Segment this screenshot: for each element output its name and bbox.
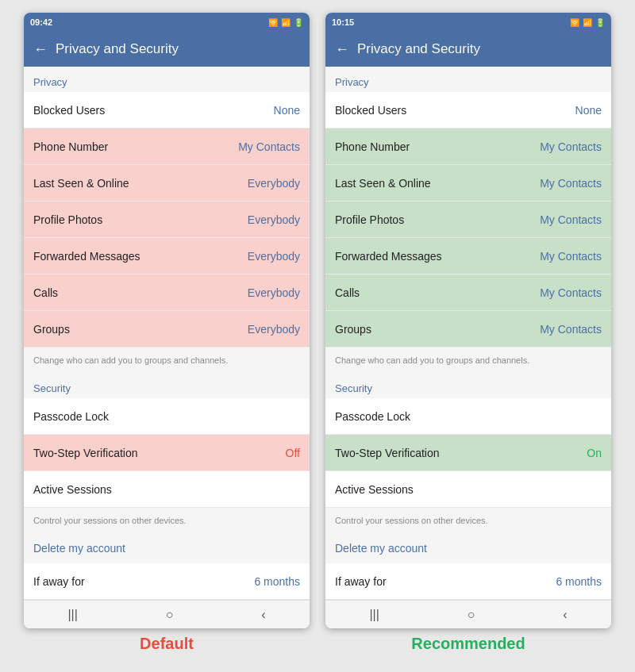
- right-content: Privacy Blocked Users None Phone Number …: [325, 67, 611, 600]
- left-battery-icon: 🔋: [294, 18, 303, 27]
- left-active-sessions[interactable]: Active Sessions: [24, 471, 310, 508]
- left-nav-bar: ||| ○ ‹: [24, 600, 310, 628]
- right-active-sessions[interactable]: Active Sessions: [325, 471, 611, 508]
- left-phone-value: My Contacts: [238, 140, 300, 153]
- right-status-icons: 🛜 📶 🔋: [570, 18, 605, 27]
- phones-container: 09:42 🛜 📶 🔋 ← Privacy and Security Priva…: [0, 0, 635, 659]
- left-signal-icon: 📶: [281, 18, 291, 27]
- left-if-away[interactable]: If away for 6 months: [24, 563, 310, 600]
- left-status-bar: 09:42 🛜 📶 🔋: [24, 13, 310, 32]
- right-phone-label: Phone Number: [335, 140, 410, 153]
- left-label: Default: [140, 635, 194, 653]
- left-profile-label: Profile Photos: [33, 213, 102, 226]
- left-groups-value: Everybody: [248, 323, 300, 336]
- right-blocked-label: Blocked Users: [335, 104, 406, 117]
- right-passcode-lock[interactable]: Passcode Lock: [325, 398, 611, 435]
- right-wifi-icon: 🛜: [570, 18, 579, 27]
- right-forwarded-value: My Contacts: [540, 250, 602, 263]
- right-groups-note: Change who can add you to groups and cha…: [325, 348, 611, 373]
- left-forwarded-label: Forwarded Messages: [33, 250, 140, 263]
- left-back-button[interactable]: ←: [33, 41, 48, 58]
- left-phone-number[interactable]: Phone Number My Contacts: [24, 129, 310, 165]
- right-calls-label: Calls: [335, 286, 360, 299]
- right-toolbar: ← Privacy and Security: [325, 32, 611, 67]
- left-toolbar-title: Privacy and Security: [56, 41, 179, 57]
- left-groups-label: Groups: [33, 323, 70, 336]
- right-groups[interactable]: Groups My Contacts: [325, 311, 611, 348]
- right-profile-photos[interactable]: Profile Photos My Contacts: [325, 202, 611, 238]
- left-nav-menu[interactable]: |||: [67, 608, 77, 622]
- right-passcode-label: Passcode Lock: [335, 410, 410, 423]
- right-signal-icon: 📶: [583, 18, 592, 27]
- right-profile-value: My Contacts: [540, 213, 602, 226]
- right-status-bar: 10:15 🛜 📶 🔋: [325, 13, 611, 32]
- left-content: Privacy Blocked Users None Phone Number …: [24, 67, 310, 600]
- left-active-note: Control your sessions on other devices.: [24, 508, 310, 533]
- right-active-note: Control your sessions on other devices.: [325, 508, 611, 533]
- left-last-seen-value: Everybody: [248, 177, 300, 190]
- left-privacy-header: Privacy: [24, 67, 310, 92]
- left-nav-back[interactable]: ‹: [261, 608, 265, 622]
- left-time: 09:42: [30, 17, 52, 27]
- right-privacy-header: Privacy: [325, 67, 611, 92]
- left-last-seen-label: Last Seen & Online: [33, 177, 129, 190]
- right-active-label: Active Sessions: [335, 483, 414, 496]
- right-two-step[interactable]: Two-Step Verification On: [325, 435, 611, 471]
- left-two-step-value: Off: [286, 447, 300, 459]
- right-time: 10:15: [332, 17, 354, 27]
- right-phone: 10:15 🛜 📶 🔋 ← Privacy and Security Priva…: [325, 13, 611, 628]
- right-nav-menu[interactable]: |||: [369, 608, 379, 622]
- right-battery-icon: 🔋: [595, 18, 605, 27]
- right-blocked-users[interactable]: Blocked Users None: [325, 92, 611, 129]
- right-nav-home[interactable]: ○: [468, 608, 475, 622]
- right-groups-label: Groups: [335, 323, 371, 336]
- right-back-button[interactable]: ←: [335, 41, 349, 58]
- right-two-step-value: On: [587, 447, 602, 459]
- right-phone-value: My Contacts: [540, 140, 602, 153]
- left-delete-link[interactable]: Delete my account: [24, 533, 310, 563]
- right-groups-value: My Contacts: [540, 323, 602, 336]
- left-calls-label: Calls: [33, 286, 58, 299]
- right-away-label: If away for: [335, 575, 387, 588]
- left-toolbar: ← Privacy and Security: [24, 32, 310, 67]
- left-profile-photos[interactable]: Profile Photos Everybody: [24, 202, 310, 238]
- right-blocked-value: None: [575, 104, 602, 117]
- left-two-step[interactable]: Two-Step Verification Off: [24, 435, 310, 471]
- right-calls[interactable]: Calls My Contacts: [325, 275, 611, 311]
- left-groups-note: Change who can add you to groups and cha…: [24, 348, 310, 373]
- left-calls[interactable]: Calls Everybody: [24, 275, 310, 311]
- right-calls-value: My Contacts: [540, 286, 602, 299]
- right-profile-label: Profile Photos: [335, 213, 404, 226]
- right-nav-back[interactable]: ‹: [563, 608, 567, 622]
- left-wifi-icon: 🛜: [268, 18, 278, 27]
- right-delete-link[interactable]: Delete my account: [325, 533, 611, 563]
- left-groups[interactable]: Groups Everybody: [24, 311, 310, 348]
- left-phone-label: Phone Number: [33, 140, 108, 153]
- right-forwarded[interactable]: Forwarded Messages My Contacts: [325, 238, 611, 275]
- right-label: Recommended: [411, 635, 525, 653]
- right-phone-number[interactable]: Phone Number My Contacts: [325, 129, 611, 165]
- right-two-step-label: Two-Step Verification: [335, 447, 440, 459]
- left-blocked-value: None: [274, 104, 300, 117]
- right-last-seen-label: Last Seen & Online: [335, 177, 431, 190]
- left-passcode-lock[interactable]: Passcode Lock: [24, 398, 310, 435]
- left-away-value: 6 months: [254, 575, 300, 588]
- right-last-seen[interactable]: Last Seen & Online My Contacts: [325, 165, 611, 202]
- left-away-label: If away for: [33, 575, 85, 588]
- left-security-header: Security: [24, 373, 310, 398]
- left-last-seen[interactable]: Last Seen & Online Everybody: [24, 165, 310, 202]
- left-two-step-label: Two-Step Verification: [33, 447, 138, 459]
- right-phone-wrapper: 10:15 🛜 📶 🔋 ← Privacy and Security Priva…: [318, 13, 619, 653]
- right-if-away[interactable]: If away for 6 months: [325, 563, 611, 600]
- right-last-seen-value: My Contacts: [540, 177, 602, 190]
- left-calls-value: Everybody: [248, 286, 300, 299]
- left-phone-wrapper: 09:42 🛜 📶 🔋 ← Privacy and Security Priva…: [16, 13, 318, 653]
- right-nav-bar: ||| ○ ‹: [325, 600, 611, 628]
- left-nav-home[interactable]: ○: [166, 608, 174, 622]
- left-forwarded-value: Everybody: [248, 250, 300, 263]
- left-passcode-label: Passcode Lock: [33, 410, 109, 423]
- left-blocked-users[interactable]: Blocked Users None: [24, 92, 310, 129]
- left-blocked-label: Blocked Users: [33, 104, 105, 117]
- left-forwarded[interactable]: Forwarded Messages Everybody: [24, 238, 310, 275]
- left-status-icons: 🛜 📶 🔋: [268, 18, 303, 27]
